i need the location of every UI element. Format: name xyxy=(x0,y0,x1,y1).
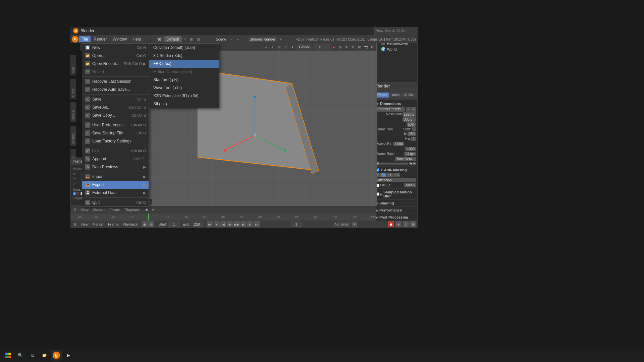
motion-blur-toggle[interactable]: ▶ xyxy=(380,192,383,196)
keyframe-insert-btn[interactable]: ⊕ xyxy=(395,221,401,227)
view-orbit-btn[interactable]: 👁 xyxy=(343,44,350,50)
export-obj[interactable]: Wavefront (.obj) xyxy=(149,84,219,92)
time-next-btn[interactable]: ▶ xyxy=(413,162,416,165)
sync-dropdown-arrow[interactable]: ▼ xyxy=(352,222,357,227)
play-btn[interactable]: ▶ xyxy=(227,221,233,227)
performance-toggle[interactable]: ▶ xyxy=(376,208,379,212)
aspect-y-val[interactable]: 1.000 xyxy=(405,147,416,151)
preset-add[interactable]: + xyxy=(406,107,411,112)
timeline-frame-btn[interactable]: Frame xyxy=(107,207,122,213)
viewport-icons[interactable]: ⊞ xyxy=(188,36,195,42)
jump-start-btn[interactable]: ⏮ xyxy=(207,221,213,227)
cx-checkbox[interactable] xyxy=(73,192,76,195)
prev-frame-btn[interactable]: ⏴ xyxy=(214,221,220,227)
aa-sample-8[interactable]: 8 xyxy=(381,173,386,177)
fra-val[interactable]: 1 xyxy=(411,137,416,141)
menu-save-as[interactable]: ✔ Save As... Shift Ctrl S xyxy=(82,103,149,111)
tab-tool[interactable]: Tool xyxy=(70,55,76,75)
menu-recover-auto[interactable]: ↺ Recover Auto Save... xyxy=(82,85,149,94)
playback-marker-btn[interactable]: Marker xyxy=(91,222,105,227)
menu-quit[interactable]: ⏻ Quit Ctrl Q xyxy=(82,198,149,206)
menu-link[interactable]: 🔗 Link Ctrl Alt O xyxy=(82,147,149,155)
res-x-input[interactable]: 1920 p xyxy=(402,112,416,117)
global-mode[interactable]: Global xyxy=(297,44,312,50)
playback-record-btn[interactable]: ⏺ xyxy=(142,221,148,227)
menu-user-prefs[interactable]: ⚙ User Preferences... Ctrl Alt U xyxy=(82,121,149,129)
render-btn[interactable]: ⚙ xyxy=(369,44,375,50)
aa-sample-16[interactable]: 16 xyxy=(393,173,400,177)
menu-file[interactable]: File xyxy=(79,36,91,42)
time-remap-val[interactable]: Time Rem... xyxy=(395,157,416,161)
layout-close[interactable]: × xyxy=(182,37,187,42)
timeline-ruler[interactable]: -40 -30 -20 -10 0 10 20 30 40 50 60 70 8… xyxy=(70,213,376,221)
outliner-world[interactable]: 🌍 World xyxy=(375,46,417,52)
playback-pb-btn[interactable]: Playback xyxy=(121,222,139,227)
playback-view-btn[interactable]: View xyxy=(79,222,90,227)
win-taskview-btn[interactable]: ⧉ xyxy=(27,350,38,361)
menu-save-startup[interactable]: ✔ Save Startup File Ctrl U xyxy=(82,129,149,137)
menu-import[interactable]: 📥 Import ▶ xyxy=(82,173,149,181)
outliner-allsc-btn[interactable]: All Sc xyxy=(396,29,405,33)
screen-layout-icon[interactable]: ⊞ xyxy=(156,37,163,42)
sync-dropdown[interactable]: No Sync xyxy=(333,222,351,227)
transform-icon-1[interactable]: ↔ xyxy=(263,44,269,50)
timeline-view-btn[interactable]: View xyxy=(78,207,91,213)
aspect-x-val[interactable]: 1.000 xyxy=(393,142,404,146)
export-collada[interactable]: Collada (Default) (.dae) xyxy=(149,44,219,52)
menu-open[interactable]: 📂 Open... Ctrl O xyxy=(82,52,149,60)
outliner-view-btn[interactable]: View xyxy=(376,29,383,33)
time-prev-btn[interactable]: ◀ xyxy=(409,162,412,165)
menu-export[interactable]: 📤 Export ▶ xyxy=(82,181,149,189)
menu-save-copy[interactable]: ✔ Save Copy... Ctrl Alt S xyxy=(82,111,149,119)
keyframe-record-btn[interactable]: ⏺ xyxy=(388,221,394,227)
scene-icon[interactable]: × xyxy=(229,36,235,42)
win-blender-btn[interactable]: B xyxy=(51,350,62,361)
win-media-btn[interactable]: ▶ xyxy=(63,350,74,361)
layout-tab-default[interactable]: Default xyxy=(164,36,182,42)
aa-sample-11[interactable]: 11 xyxy=(386,173,393,177)
menu-revert[interactable]: ↩ Revert xyxy=(82,68,149,76)
menu-append[interactable]: 📎 Append Shift F1 xyxy=(82,155,149,163)
render-tab-audio[interactable]: Audio xyxy=(402,93,415,98)
timeline-marker-btn[interactable]: Marker xyxy=(91,207,107,213)
menu-external-data[interactable]: 💾 External Data ▶ xyxy=(82,189,149,197)
scene-name[interactable]: Scene xyxy=(214,37,228,42)
timeline-type-icon[interactable]: ⊞ xyxy=(72,207,78,213)
jump-end-btn[interactable]: ⏭ xyxy=(254,221,260,227)
play-reverse-btn[interactable]: ▶▶ xyxy=(234,221,240,227)
render-tab-render[interactable]: Rende xyxy=(375,93,389,98)
playback-sync-btn[interactable]: ⊙ xyxy=(148,221,154,227)
display-mode[interactable]: Image E... xyxy=(416,90,418,99)
export-fbx[interactable]: FBX (.fbx) xyxy=(149,60,219,68)
aa-size-val[interactable]: .000 p xyxy=(404,183,416,187)
hide-btn[interactable]: ⊘ xyxy=(350,44,356,50)
current-frame-input[interactable] xyxy=(291,222,302,227)
prev-keyframe-btn[interactable]: ◀ xyxy=(220,221,226,227)
tab-relatio[interactable]: Relatio xyxy=(70,102,76,122)
scale-input[interactable]: 50% xyxy=(407,122,416,127)
anim-record-btn[interactable]: ⏺ xyxy=(144,207,150,213)
proportional-btn[interactable]: ⊙ ··· xyxy=(314,44,330,50)
timeline-icon-small[interactable]: ⊞ xyxy=(72,221,78,227)
scene-add-icon[interactable]: + xyxy=(235,36,241,42)
aa-toggle[interactable]: ▼ xyxy=(380,168,383,172)
tab-creat[interactable]: Creat xyxy=(70,79,76,99)
export-ply[interactable]: Stanford (.ply) xyxy=(149,76,219,84)
blender-icon[interactable]: B xyxy=(72,36,78,43)
render-tab-anim[interactable]: Anim xyxy=(390,93,401,98)
mirror-btn[interactable]: ⊞ xyxy=(337,44,343,50)
frame-start-val[interactable]: 1 xyxy=(412,127,416,131)
extra-btn[interactable]: ⊘ xyxy=(403,221,409,227)
frame-end-val[interactable]: 250 xyxy=(408,132,416,136)
extra-btn2[interactable]: ⊞ xyxy=(410,221,416,227)
menu-data-previews[interactable]: 🖼 Data Previews ▶ xyxy=(82,163,149,171)
snap-btn[interactable]: 🔺 xyxy=(331,44,337,50)
export-3ds[interactable]: 3D Studio (.3ds) xyxy=(149,52,219,60)
tab-animati[interactable]: Animati xyxy=(70,126,76,146)
next-frame-btn[interactable]: ⏵ xyxy=(247,221,253,227)
viewport-icon2[interactable]: ⊡ xyxy=(196,36,202,42)
aa-filter[interactable]: Mitchell-N... xyxy=(376,178,416,182)
menu-load-factory[interactable]: ⚙ Load Factory Settings xyxy=(82,137,149,145)
menu-recover-last[interactable]: ↺ Recover Last Session xyxy=(82,77,149,85)
timeline-playback-btn[interactable]: Playback xyxy=(123,207,142,213)
